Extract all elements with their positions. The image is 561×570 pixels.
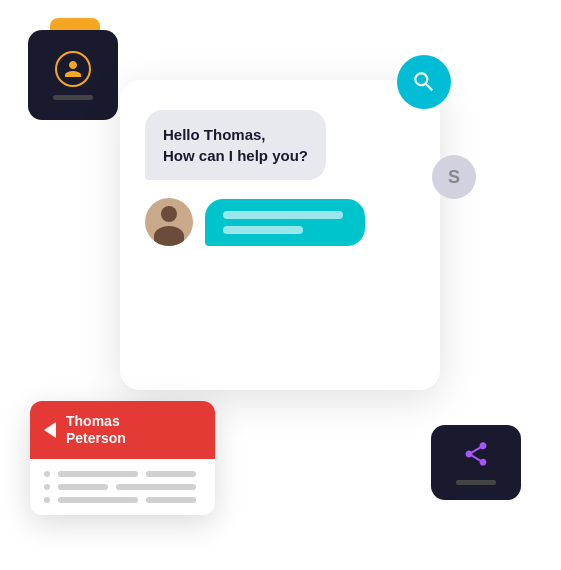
contact-dot-2 (44, 484, 50, 490)
share-card (431, 425, 521, 500)
contact-line-3a (58, 497, 138, 503)
contact-name: Thomas Peterson (66, 413, 126, 447)
profile-card (28, 30, 118, 120)
user-message-row (145, 198, 365, 246)
contact-row-3 (44, 497, 201, 503)
scene: Hello Thomas, How can I help you? S (0, 0, 561, 570)
contact-dot-1 (44, 471, 50, 477)
search-circle[interactable] (397, 55, 451, 109)
search-icon (411, 69, 437, 95)
user-message-bubble (205, 199, 365, 246)
profile-icon-circle (55, 51, 91, 87)
contact-row-2 (44, 484, 201, 490)
user-avatar (145, 198, 193, 246)
chat-card: Hello Thomas, How can I help you? (120, 80, 440, 390)
user-icon (63, 59, 83, 79)
profile-bar (53, 95, 93, 100)
bot-message-bubble: Hello Thomas, How can I help you? (145, 110, 326, 180)
contact-line-2a (58, 484, 108, 490)
contact-dot-3 (44, 497, 50, 503)
s-badge: S (432, 155, 476, 199)
contact-arrow-icon (44, 422, 56, 438)
share-icon-wrapper (462, 440, 490, 472)
contact-line-1b (146, 471, 196, 477)
contact-row-1 (44, 471, 201, 477)
contact-header: Thomas Peterson (30, 401, 215, 459)
contact-card: Thomas Peterson (30, 401, 215, 515)
contact-pointer (58, 401, 78, 403)
contact-line-2b (116, 484, 196, 490)
contact-line-3b (146, 497, 196, 503)
share-icon (462, 440, 490, 468)
contact-body (30, 459, 215, 515)
contact-line-1a (58, 471, 138, 477)
bubble-line-2 (223, 226, 303, 234)
share-bar (456, 480, 496, 485)
bubble-line-1 (223, 211, 343, 219)
